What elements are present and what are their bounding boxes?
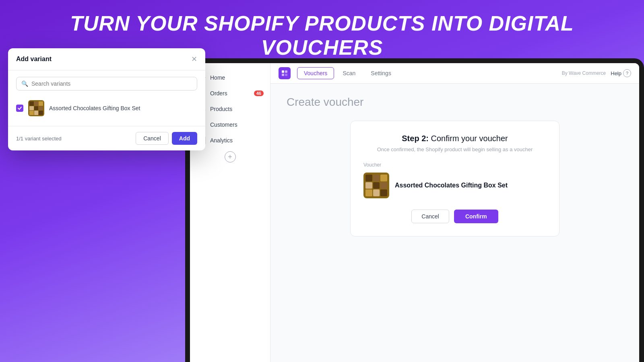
variant-thumbnail xyxy=(28,100,44,116)
modal-footer: 1/1 variant selected Cancel Add xyxy=(8,126,205,150)
modal-overlay: Add variant ✕ 🔍 xyxy=(0,0,644,362)
footer-actions: Cancel Add xyxy=(136,132,197,145)
search-box: 🔍 xyxy=(16,77,197,90)
modal-close-button[interactable]: ✕ xyxy=(191,56,197,63)
modal-header: Add variant ✕ xyxy=(8,48,205,70)
search-input[interactable] xyxy=(31,80,192,87)
variant-checkbox[interactable] xyxy=(16,105,23,112)
variant-name: Assorted Chocolates Gifting Box Set xyxy=(49,105,140,111)
modal-title: Add variant xyxy=(16,56,52,63)
modal-cancel-button[interactable]: Cancel xyxy=(136,132,169,145)
add-variant-modal: Add variant ✕ 🔍 xyxy=(8,48,205,150)
search-icon: 🔍 xyxy=(21,80,28,87)
modal-body: 🔍 xyxy=(8,70,205,126)
variant-item: Assorted Chocolates Gifting Box Set xyxy=(16,97,197,119)
modal-add-button[interactable]: Add xyxy=(172,132,197,145)
selected-count: 1/1 variant selected xyxy=(16,136,62,142)
